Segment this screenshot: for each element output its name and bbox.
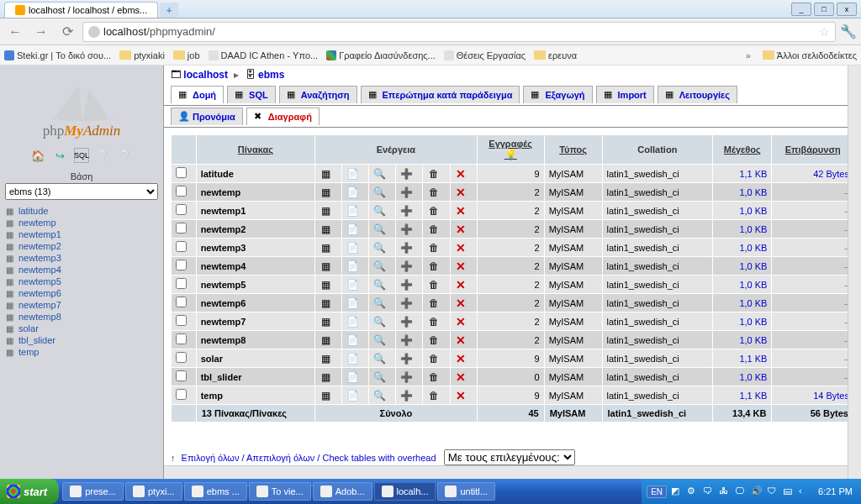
sidebar-table-item[interactable]: ▦newtemp3 <box>3 252 160 264</box>
row-checkbox[interactable] <box>176 260 187 270</box>
action-empty[interactable]: 🗑 <box>423 183 450 202</box>
action-structure[interactable]: 📄 <box>342 239 369 257</box>
sidebar-table-link[interactable]: tbl_slider <box>18 335 55 345</box>
action-structure[interactable]: 📄 <box>342 257 369 276</box>
action-structure[interactable]: 📄 <box>342 294 369 312</box>
tray-icon[interactable]: 🖴 <box>783 486 795 497</box>
action-search[interactable]: 🔍 <box>369 294 396 312</box>
tray-icon[interactable]: ⚙ <box>687 486 699 497</box>
action-insert[interactable]: ➕ <box>396 294 423 312</box>
maximize-button[interactable]: □ <box>814 3 834 16</box>
forward-button[interactable]: → <box>30 21 52 43</box>
col-size[interactable]: Μέγεθος <box>713 135 772 165</box>
sidebar-table-link[interactable]: temp <box>18 347 39 357</box>
action-drop[interactable]: ✕ <box>450 165 477 183</box>
docs-icon[interactable]: ❔ <box>96 148 111 163</box>
action-empty[interactable]: 🗑 <box>423 276 450 294</box>
tray-icon[interactable]: 🖵 <box>735 486 747 497</box>
browser-tab-active[interactable]: localhost / localhost / ebms... <box>4 2 158 18</box>
action-search[interactable]: 🔍 <box>369 257 396 276</box>
taskbar-item[interactable]: localh... <box>374 482 436 501</box>
bookmark-item[interactable]: job <box>173 50 200 60</box>
with-selected-select[interactable]: Με τους επιλεγμένους: <box>444 449 575 465</box>
help-icon[interactable]: ❔ <box>118 148 133 163</box>
row-checkbox[interactable] <box>176 223 187 234</box>
size-link[interactable]: 1,1 KB <box>739 169 767 179</box>
size-link[interactable]: 1,0 KB <box>739 280 767 290</box>
action-empty[interactable]: 🗑 <box>423 386 450 405</box>
site-info-icon[interactable] <box>88 26 100 38</box>
action-browse[interactable]: ▦ <box>315 276 342 294</box>
action-structure[interactable]: 📄 <box>342 220 369 239</box>
row-checkbox[interactable] <box>176 297 187 307</box>
action-empty[interactable]: 🗑 <box>423 202 450 220</box>
action-search[interactable]: 🔍 <box>369 368 396 386</box>
row-checkbox[interactable] <box>176 389 187 400</box>
taskbar-item[interactable]: Adob... <box>313 482 372 501</box>
action-search[interactable]: 🔍 <box>369 239 396 257</box>
database-select[interactable]: ebms (13) <box>5 183 158 200</box>
overhead-link[interactable]: 42 Bytes <box>813 169 849 179</box>
action-empty[interactable]: 🗑 <box>423 220 450 239</box>
pma-tab[interactable]: ▦Δομή <box>171 86 224 103</box>
row-checkbox[interactable] <box>176 315 187 326</box>
new-tab-button[interactable]: + <box>160 3 178 18</box>
sidebar-table-item[interactable]: ▦latitude <box>3 205 160 217</box>
size-link[interactable]: 1,0 KB <box>739 317 767 327</box>
action-drop[interactable]: ✕ <box>450 386 477 405</box>
sidebar-table-link[interactable]: newtemp2 <box>18 241 61 251</box>
action-search[interactable]: 🔍 <box>369 331 396 349</box>
action-drop[interactable]: ✕ <box>450 331 477 349</box>
sidebar-table-item[interactable]: ▦newtemp5 <box>3 276 160 287</box>
pma-tab[interactable]: ▦Αναζήτηση <box>279 86 357 103</box>
sidebar-table-link[interactable]: newtemp6 <box>18 288 61 298</box>
col-overhead[interactable]: Επιβάρυνση <box>772 135 854 165</box>
breadcrumb-server[interactable]: localhost <box>183 69 228 81</box>
action-insert[interactable]: ➕ <box>396 257 423 276</box>
action-browse[interactable]: ▦ <box>315 220 342 239</box>
breadcrumb-db[interactable]: ebms <box>258 69 284 81</box>
action-structure[interactable]: 📄 <box>342 276 369 294</box>
action-search[interactable]: 🔍 <box>369 312 396 331</box>
sidebar-table-item[interactable]: ▦newtemp8 <box>3 311 160 323</box>
action-empty[interactable]: 🗑 <box>423 239 450 257</box>
bulb-icon[interactable]: 💡 <box>483 149 539 160</box>
action-empty[interactable]: 🗑 <box>423 165 450 183</box>
size-link[interactable]: 1,1 KB <box>739 391 767 401</box>
scrollbar-horizontal[interactable] <box>164 465 848 479</box>
action-insert[interactable]: ➕ <box>396 276 423 294</box>
taskbar-item[interactable]: To vie... <box>249 482 311 501</box>
action-browse[interactable]: ▦ <box>315 386 342 405</box>
row-checkbox[interactable] <box>176 204 187 215</box>
action-browse[interactable]: ▦ <box>315 239 342 257</box>
action-insert[interactable]: ➕ <box>396 386 423 405</box>
action-browse[interactable]: ▦ <box>315 257 342 276</box>
sidebar-table-item[interactable]: ▦temp <box>3 346 160 358</box>
col-type[interactable]: Τύπος <box>544 135 602 165</box>
size-link[interactable]: 1,1 KB <box>739 354 767 364</box>
action-insert[interactable]: ➕ <box>396 202 423 220</box>
pma-tab[interactable]: ✖Διαγραφή <box>246 108 320 125</box>
sidebar-table-item[interactable]: ▦newtemp6 <box>3 287 160 299</box>
row-checkbox[interactable] <box>176 333 187 344</box>
action-empty[interactable]: 🗑 <box>423 349 450 368</box>
action-structure[interactable]: 📄 <box>342 386 369 405</box>
action-search[interactable]: 🔍 <box>369 386 396 405</box>
action-browse[interactable]: ▦ <box>315 368 342 386</box>
row-checkbox[interactable] <box>176 370 187 381</box>
bookmark-item[interactable]: Steki.gr | Το δικό σου... <box>4 50 111 60</box>
action-insert[interactable]: ➕ <box>396 331 423 349</box>
action-drop[interactable]: ✕ <box>450 276 477 294</box>
action-structure[interactable]: 📄 <box>342 349 369 368</box>
action-drop[interactable]: ✕ <box>450 312 477 331</box>
sidebar-table-link[interactable]: newtemp3 <box>18 253 61 263</box>
action-browse[interactable]: ▦ <box>315 183 342 202</box>
size-link[interactable]: 1,0 KB <box>739 335 767 345</box>
action-drop[interactable]: ✕ <box>450 368 477 386</box>
action-structure[interactable]: 📄 <box>342 165 369 183</box>
size-link[interactable]: 1,0 KB <box>739 187 767 197</box>
size-link[interactable]: 1,0 KB <box>739 224 767 234</box>
check-all-links[interactable]: Επιλογή όλων / Απεπιλογή όλων / Check ta… <box>182 453 436 463</box>
size-link[interactable]: 1,0 KB <box>739 298 767 308</box>
sidebar-table-item[interactable]: ▦newtemp <box>3 217 160 228</box>
